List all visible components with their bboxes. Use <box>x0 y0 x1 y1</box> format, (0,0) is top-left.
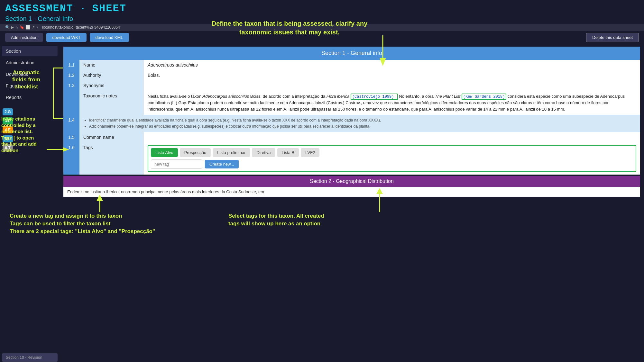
row-label-11: Name <box>79 60 144 70</box>
tags-container: Lista Alvo Prospecção Lista preliminar D… <box>148 145 636 172</box>
table-row-11: 1.1 Name Adenocarpus anisochilus <box>63 60 640 70</box>
row-value-11[interactable]: Adenocarpus anisochilus <box>144 60 640 70</box>
sidebar-item-section[interactable]: Section <box>2 46 58 56</box>
section10-label: Section 10 - Revision <box>2 353 58 362</box>
action-bar: Administration download WKT download KML… <box>0 31 644 44</box>
row-value-16: Lista Alvo Prospecção Lista preliminar D… <box>144 142 640 175</box>
table-row-16: 1.6 Tags Lista Alvo Prospecção Lista pre… <box>63 142 640 175</box>
row-value-tn[interactable]: Nesta ficha avalia-se o táxon Adenocarpu… <box>144 91 640 115</box>
download-kml-button[interactable]: download KML <box>90 33 129 42</box>
row-number-14: 1.4 <box>63 115 79 132</box>
tag-lista-preliminar[interactable]: Lista preliminar <box>213 148 250 157</box>
tn-text-mid: Boiss. de acordo com a interpretação da <box>249 94 327 99</box>
tag-lista-b[interactable]: Lista B <box>277 148 299 157</box>
tag-lvf2[interactable]: LVF2 <box>301 148 319 157</box>
bullet-item-1: Identificar claramente qual a entidade a… <box>89 117 636 123</box>
row-label-13: Synonyms <box>79 80 144 91</box>
authority-value: Boiss. <box>148 73 160 78</box>
tn-species: Adenocarpus anisochilus <box>203 94 249 99</box>
sidebar-badge-4e[interactable]: 4.E <box>3 126 60 133</box>
badge-4e: 4.E <box>3 126 13 133</box>
delete-sheet-button[interactable]: Delete this data sheet <box>586 33 639 42</box>
table-row-12: 1.2 Authority Boiss. <box>63 70 640 80</box>
admin-button[interactable]: Administration <box>5 33 43 42</box>
tn-plant-list: The Plant List <box>435 94 461 99</box>
title-dot: · <box>80 4 92 14</box>
geo-dist-content: Endemismo lusitano-ibérico, ocorrendo pr… <box>63 187 640 197</box>
tn-text-after: No entanto, a obra <box>398 94 435 99</box>
section2-bar: Section 2 - Geographical Distribution <box>63 176 640 187</box>
sidebar-item-administration[interactable]: Administration <box>2 58 58 68</box>
row-label-16: Tags <box>79 142 144 175</box>
species-name: Adenocarpus anisochilus <box>148 62 198 68</box>
sidebar-reports-label: Reports <box>6 95 22 100</box>
badge-2g: 2.G <box>3 108 13 115</box>
badge-3p: 3.P <box>3 117 13 124</box>
url-icons: 🔍 ▶ ☆ 🔖 ⬜ ↗ ⋮ <box>5 25 40 30</box>
row-label-tn: Taxonomic notes <box>79 91 144 115</box>
app-title: Assessment · Sheet <box>5 3 639 14</box>
row-value-13[interactable] <box>144 80 640 91</box>
table-row-taxonomic-notes: Taxonomic notes Nesta ficha avalia-se o … <box>63 91 640 115</box>
tag-diretiva[interactable]: Diretiva <box>252 148 275 157</box>
row-value-14[interactable]: Identificar claramente qual a entidade a… <box>79 115 640 132</box>
url-text: localhost/taxon&id=taxent%2F340942205854 <box>42 25 120 30</box>
row-number-11: 1.1 <box>63 60 79 70</box>
row-label-12: Authority <box>79 70 144 80</box>
create-new-button[interactable]: Create new... <box>205 160 239 168</box>
title-part2: Sheet <box>92 3 126 14</box>
tn-flora: Flora iberica <box>327 94 350 99</box>
sidebar: Section Administration Downloads Figures… <box>0 44 60 362</box>
section-subtitle: Section 1 - General Info <box>5 15 639 23</box>
badge-5u: 5.U <box>3 135 13 142</box>
bullet-list: Identificar claramente qual a entidade a… <box>83 117 636 130</box>
section10-bar[interactable]: Section 10 - Revision <box>0 352 60 362</box>
sidebar-badge-5u[interactable]: 5.U <box>3 135 60 142</box>
badge-6t: 6.T <box>3 144 13 151</box>
url-bar: 🔍 ▶ ☆ 🔖 ⬜ ↗ ⋮ localhost/taxon&id=taxent%… <box>0 24 644 31</box>
row-number-15: 1.5 <box>63 132 79 142</box>
tags-row: Lista Alvo Prospecção Lista preliminar D… <box>151 148 633 157</box>
tag-input-row: Create new... <box>151 159 633 169</box>
row-number-13: 1.3 <box>63 80 79 91</box>
main-content: Section 1 - General info 1.1 Name Adenoc… <box>60 44 644 362</box>
sidebar-item-figures[interactable]: Figures <box>2 81 58 91</box>
new-tag-input[interactable] <box>151 159 202 169</box>
tn-text-before: Nesta ficha avalia-se o táxon <box>148 94 203 99</box>
inline-citation-1[interactable]: (Castroviejo 1999). <box>351 94 398 100</box>
table-row-15: 1.5 Common name <box>63 132 640 142</box>
table-row-14: 1.4 Identificar claramente qual a entida… <box>63 115 640 132</box>
sidebar-item-reports[interactable]: Reports <box>2 92 58 103</box>
row-number-16: 1.6 <box>63 142 79 175</box>
tag-lista-alvo[interactable]: Lista Alvo <box>151 148 178 157</box>
download-wkt-button[interactable]: download WKT <box>46 33 86 42</box>
row-value-12[interactable]: Boiss. <box>144 70 640 80</box>
row-number-12: 1.2 <box>63 70 79 80</box>
bullet-item-2: Adicionalmente podem-se integrar as enti… <box>89 123 636 130</box>
geo-dist-text: Endemismo lusitano-ibérico, ocorrendo pr… <box>67 189 264 194</box>
row-value-15[interactable] <box>144 132 640 142</box>
sidebar-badge-3p[interactable]: 3.P <box>3 117 60 124</box>
sidebar-badge-2g[interactable]: 2.G <box>3 108 60 115</box>
sidebar-figures-label: Figures <box>6 83 21 88</box>
table-row-13: 1.3 Synonyms <box>63 80 640 91</box>
sidebar-badge-6t[interactable]: 6.T <box>3 144 60 151</box>
title-part1: Assessment <box>5 3 73 14</box>
section1-header: Section 1 - General info <box>63 47 640 60</box>
top-header: Assessment · Sheet Section 1 - General I… <box>0 0 644 24</box>
sidebar-downloads-label: Downloads <box>6 72 28 77</box>
row-label-15: Common name <box>79 132 144 142</box>
inline-citation-2[interactable]: (Kew Gardens 2018) <box>462 94 507 100</box>
sidebar-admin-label: Administration <box>6 60 34 65</box>
sidebar-item-downloads[interactable]: Downloads <box>2 69 58 79</box>
row-number-tn <box>63 91 79 115</box>
main-layout: Section Administration Downloads Figures… <box>0 44 644 362</box>
tag-prospeccao[interactable]: Prospecção <box>180 148 211 157</box>
section1-table: Section 1 - General info 1.1 Name Adenoc… <box>63 47 640 175</box>
sidebar-section-label: Section <box>6 49 21 54</box>
